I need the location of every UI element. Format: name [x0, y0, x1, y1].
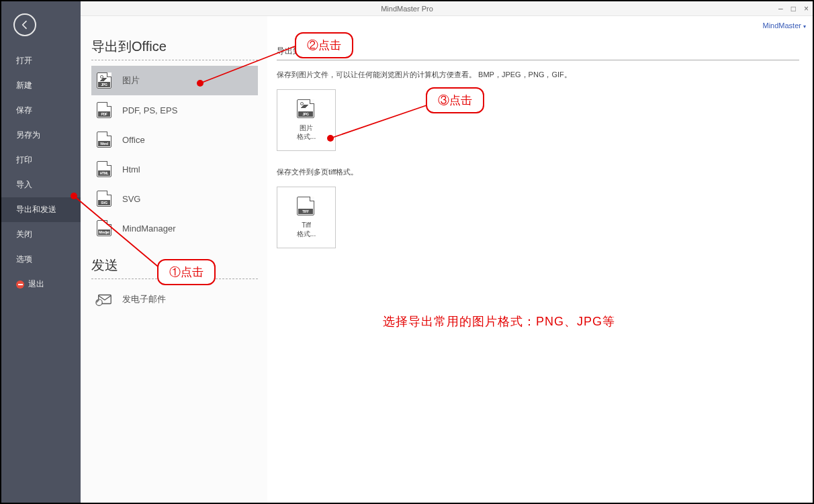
exit-icon: [16, 281, 24, 289]
jpg-tile-icon: JPG: [297, 99, 316, 119]
callout-1: ①点击: [157, 259, 216, 285]
export-item-office[interactable]: Word Office: [91, 125, 258, 154]
html-file-icon: HTML: [95, 160, 113, 178]
pdf-file-icon: PDF: [95, 101, 113, 119]
svg-file-icon: SVG: [95, 190, 113, 207]
content-description-1: 保存到图片文件，可以让任何能浏览图片的计算机方便查看。 BMP，JPEG，PNG…: [277, 70, 799, 80]
jpg-file-icon: JPG: [95, 72, 113, 89]
tiff-tile-icon: TIFF: [297, 197, 316, 217]
hint-text: 选择导出常用的图片格式：PNG、JPG等: [383, 313, 615, 330]
title-bar: MindMaster Pro – □ ×: [1, 1, 813, 16]
back-arrow-icon: [19, 19, 30, 30]
sidebar-item-new[interactable]: 新建: [1, 73, 81, 98]
tile-tiff-format[interactable]: TIFF Tiff格式...: [277, 187, 336, 248]
sidebar-menu: 打开 新建 保存 另存为 打印 导入 导出和发送 关闭 选项 退出: [1, 48, 81, 297]
send-item-email[interactable]: 发电子邮件: [91, 285, 258, 314]
window-controls: – □ ×: [778, 1, 809, 16]
export-item-html[interactable]: HTML Html: [91, 154, 258, 184]
callout-3: ③点击: [426, 87, 484, 113]
export-section-title: 导出到Office: [91, 38, 258, 60]
sidebar-item-save[interactable]: 保存: [1, 98, 81, 123]
content-pane: 导出到 保存到图片文件，可以让任何能浏览图片的计算机方便查看。 BMP，JPEG…: [267, 16, 813, 503]
callout-2: ②点击: [295, 32, 353, 58]
content-subheader: 导出到: [277, 46, 799, 60]
export-item-image[interactable]: JPG 图片: [91, 66, 258, 95]
minimize-button[interactable]: –: [778, 1, 783, 16]
back-button[interactable]: [13, 13, 36, 36]
export-item-svg[interactable]: SVG SVG: [91, 184, 258, 213]
export-item-pdf[interactable]: PDF PDF, PS, EPS: [91, 95, 258, 125]
sidebar-item-open[interactable]: 打开: [1, 48, 81, 73]
content-description-2: 保存文件到多页tiff格式。: [277, 167, 799, 177]
tile-image-format[interactable]: JPG 图片格式...: [277, 89, 336, 151]
sidebar-item-close[interactable]: 关闭: [1, 222, 81, 247]
sidebar-item-export[interactable]: 导出和发送: [1, 197, 81, 222]
export-item-mindmanager[interactable]: Mindjet MindManager: [91, 213, 258, 243]
mindjet-file-icon: Mindjet: [95, 219, 113, 237]
backstage-sidebar: 打开 新建 保存 另存为 打印 导入 导出和发送 关闭 选项 退出: [1, 1, 81, 503]
sidebar-item-saveas[interactable]: 另存为: [1, 123, 81, 148]
sidebar-item-import[interactable]: 导入: [1, 172, 81, 197]
app-title: MindMaster Pro: [381, 1, 433, 16]
sidebar-item-print[interactable]: 打印: [1, 148, 81, 172]
word-file-icon: Word: [95, 131, 113, 148]
close-button[interactable]: ×: [804, 1, 809, 16]
sidebar-item-exit[interactable]: 退出: [1, 272, 81, 297]
sidebar-item-options[interactable]: 选项: [1, 247, 81, 272]
maximize-button[interactable]: □: [791, 1, 796, 16]
email-icon: [95, 291, 113, 308]
